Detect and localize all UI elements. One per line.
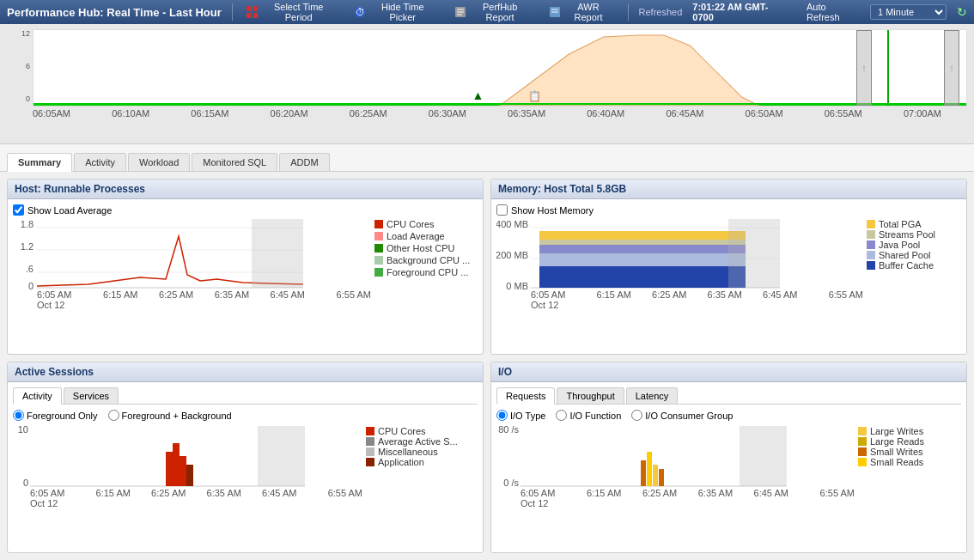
legend-bg-cpu: Background CPU ... — [374, 255, 478, 265]
show-load-avg-checkbox[interactable] — [13, 204, 24, 216]
time-picker-area: 12 6 0 ▲ 📋 ⋮ — [0, 24, 974, 144]
refreshed-label: Refreshed — [639, 7, 683, 17]
svg-rect-23 — [252, 219, 303, 288]
as-chart-svg — [30, 426, 305, 488]
svg-rect-42 — [186, 465, 193, 486]
time-selection-handle-left[interactable]: ⋮ — [856, 30, 872, 106]
sub-tab-throughput[interactable]: Throughput — [557, 387, 624, 404]
as-legend-avg-active: Average Active S... — [366, 436, 478, 447]
page-title: Performance Hub: Real Time - Last Hour — [7, 6, 222, 19]
active-sessions-panel: Active Sessions Activity Services Foregr… — [7, 362, 484, 553]
sub-tab-requests[interactable]: Requests — [496, 387, 555, 405]
radio-io-consumer-input[interactable] — [631, 410, 642, 421]
sub-tab-activity[interactable]: Activity — [13, 387, 62, 405]
calendar-icon: 📋 — [528, 90, 541, 102]
legend-other-host-color — [374, 244, 383, 253]
show-load-avg-row: Show Load Average — [13, 204, 478, 216]
auto-refresh-label: Auto Refresh — [807, 2, 860, 22]
io-x-axis: 6:05 AMOct 12 6:15 AM 6:25 AM 6:35 AM 6:… — [520, 488, 855, 508]
io-panel-body: Requests Throughput Latency I/O Type I/O… — [491, 382, 966, 514]
header-divider-2 — [628, 3, 629, 21]
memory-panel-header: Memory: Host Total 5.8GB — [491, 180, 966, 199]
select-time-period-button[interactable]: Select Time Period — [243, 0, 341, 24]
app-header: Performance Hub: Real Time - Last Hour S… — [0, 0, 974, 24]
svg-rect-48 — [647, 452, 652, 486]
time-x-axis: 06:05AM 06:10AM 06:15AM 06:20AM 06:25AM … — [33, 108, 967, 119]
io-y-axis: 80 /s 0 /s — [496, 426, 520, 488]
as-legend: CPU Cores Average Active S... Miscellane… — [366, 426, 478, 488]
io-legend-sw-color — [858, 447, 867, 456]
svg-rect-40 — [173, 443, 180, 486]
legend-shared-color — [867, 251, 875, 259]
legend-fg-cpu-color — [374, 268, 383, 277]
radio-fg-bg-input[interactable] — [108, 410, 119, 421]
svg-text:80 /s: 80 /s — [498, 426, 519, 435]
svg-rect-30 — [539, 266, 746, 288]
svg-rect-35 — [728, 219, 780, 288]
auto-refresh-select[interactable]: 1 Minute 30 Seconds 5 Minutes Manual — [870, 4, 947, 20]
awr-report-button[interactable]: AWR Report — [545, 0, 618, 24]
memory-chart-svg — [531, 219, 780, 289]
tab-workload[interactable]: Workload — [128, 153, 190, 171]
svg-rect-2 — [247, 13, 252, 18]
show-host-memory-label: Show Host Memory — [511, 205, 594, 216]
as-y-axis: 10 0 — [13, 426, 30, 488]
main-content: Host: Runnable Processes Show Load Avera… — [0, 172, 974, 560]
as-legend-misc: Miscellaneous — [366, 447, 478, 457]
svg-text:400 MB: 400 MB — [496, 219, 528, 229]
legend-streams-color — [867, 230, 875, 239]
legend-buffer-color — [867, 261, 875, 270]
tab-addm[interactable]: ADDM — [279, 153, 329, 171]
svg-rect-34 — [539, 231, 746, 240]
radio-io-consumer-group: I/O Consumer Group — [631, 410, 733, 421]
io-chart-svg — [520, 426, 787, 488]
svg-text:200 MB: 200 MB — [496, 250, 528, 260]
active-sessions-chart-area: 10 0 — [13, 426, 478, 488]
legend-other-host-cpu: Other Host CPU — [374, 243, 478, 253]
radio-fg-only-input[interactable] — [13, 410, 24, 421]
svg-rect-1 — [253, 6, 259, 11]
tab-activity[interactable]: Activity — [74, 153, 126, 171]
io-legend-lr-color — [858, 437, 867, 446]
memory-chart-area: 400 MB 200 MB 0 MB — [496, 219, 961, 289]
hide-time-picker-button[interactable]: ⏱ Hide Time Picker — [350, 0, 441, 24]
as-legend-app: Application — [366, 457, 478, 467]
svg-rect-3 — [253, 13, 259, 18]
svg-text:0 MB: 0 MB — [506, 281, 528, 289]
perfhub-report-button[interactable]: PerfHub Report — [451, 0, 535, 24]
legend-shared-pool: Shared Pool — [867, 250, 961, 260]
svg-text:⏱: ⏱ — [356, 7, 365, 17]
y-label-6: 6 — [26, 62, 30, 70]
active-sessions-body: Activity Services Foreground Only Foregr… — [8, 382, 483, 514]
radio-io-function-input[interactable] — [556, 410, 567, 421]
svg-text:.6: .6 — [26, 264, 33, 274]
up-arrow-icon: ▲ — [472, 88, 484, 102]
tab-monitored-sql[interactable]: Monitored SQL — [192, 153, 277, 171]
svg-text:1.8: 1.8 — [21, 219, 33, 229]
radio-io-type-input[interactable] — [496, 410, 508, 421]
memory-legend: Total PGA Streams Pool Java Pool Shared … — [867, 219, 961, 289]
host-x-axis: 6:05 AMOct 12 6:15 AM 6:25 AM 6:35 AM 6:… — [37, 289, 371, 310]
select-tp-icon — [247, 6, 259, 18]
radio-foreground-only: Foreground Only — [13, 410, 98, 421]
host-chart-area: 1.8 1.2 .6 0 — [13, 219, 478, 289]
awr-icon — [549, 6, 560, 18]
refresh-button[interactable]: ↻ — [957, 5, 967, 19]
legend-streams-pool: Streams Pool — [867, 229, 961, 240]
legend-fg-cpu: Foreground CPU ... — [374, 267, 478, 277]
memory-panel-body: Show Host Memory 400 MB 200 MB 0 MB — [491, 199, 966, 315]
svg-rect-51 — [740, 426, 787, 486]
sub-tab-services[interactable]: Services — [64, 387, 119, 404]
legend-total-pga: Total PGA — [867, 219, 961, 229]
sub-tab-latency[interactable]: Latency — [626, 387, 679, 404]
io-sub-tabs: Requests Throughput Latency — [496, 387, 961, 405]
show-host-memory-checkbox[interactable] — [496, 204, 508, 216]
time-selection-handle-right[interactable]: ⋮ — [944, 30, 959, 106]
legend-java-pool: Java Pool — [867, 240, 961, 250]
tab-summary[interactable]: Summary — [7, 153, 72, 172]
memory-x-axis: 6:05 AMOct 12 6:15 AM 6:25 AM 6:35 AM 6:… — [531, 289, 863, 310]
perfhub-icon — [454, 6, 466, 18]
memory-panel: Memory: Host Total 5.8GB Show Host Memor… — [490, 179, 967, 355]
svg-rect-49 — [653, 465, 658, 486]
legend-load-avg: Load Average — [374, 231, 478, 241]
